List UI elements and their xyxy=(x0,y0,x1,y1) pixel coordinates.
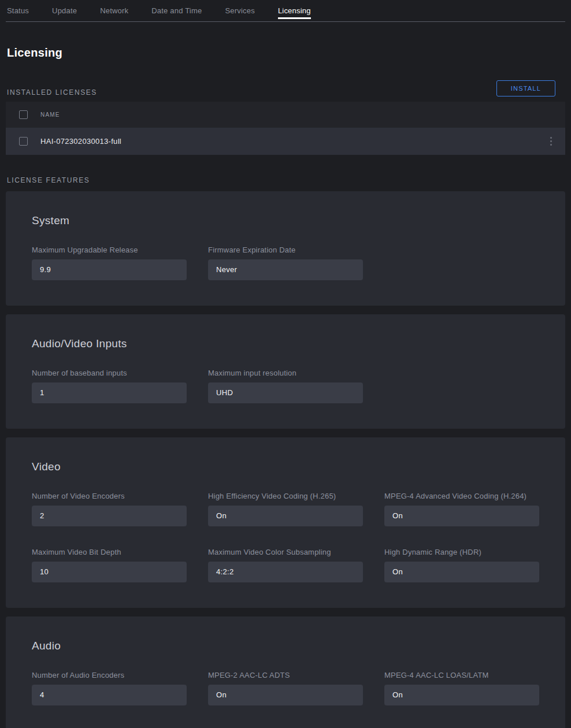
field-label: Maximum Upgradable Release xyxy=(32,246,187,254)
card-audio: Audio Number of Audio Encoders 4 MPEG-2 … xyxy=(6,616,565,728)
field-maximum-video-bit-depth: Maximum Video Bit Depth 10 xyxy=(32,548,187,582)
tab-date-and-time[interactable]: Date and Time xyxy=(151,0,202,19)
tab-licensing[interactable]: Licensing xyxy=(278,0,311,19)
tab-update[interactable]: Update xyxy=(52,0,77,19)
field-mpeg4-aac-lc-loas-latm: MPEG-4 AAC-LC LOAS/LATM On xyxy=(384,671,539,705)
installed-licenses-table: NAME HAI-072302030013-full xyxy=(6,102,565,155)
card-title-system: System xyxy=(32,214,540,227)
field-label: MPEG-2 AAC-LC ADTS xyxy=(208,671,363,679)
license-features-label: LICENSE FEATURES xyxy=(7,176,564,184)
card-title-audio-video-inputs: Audio/Video Inputs xyxy=(32,337,540,350)
card-audio-video-inputs: Audio/Video Inputs Number of baseband in… xyxy=(6,314,565,429)
field-number-of-baseband-inputs: Number of baseband inputs 1 xyxy=(32,369,187,403)
row-checkbox[interactable] xyxy=(19,137,28,146)
tab-services[interactable]: Services xyxy=(225,0,254,19)
field-value-box[interactable]: 1 xyxy=(32,382,187,403)
field-value-box[interactable]: 2 xyxy=(32,506,187,526)
install-button[interactable]: INSTALL xyxy=(496,80,555,96)
tab-status[interactable]: Status xyxy=(7,0,29,19)
field-value-box[interactable]: Never xyxy=(208,259,363,280)
field-value-box[interactable]: 9.9 xyxy=(32,259,187,280)
field-label: Number of Video Encoders xyxy=(32,492,187,500)
page-title: Licensing xyxy=(7,46,564,60)
field-maximum-input-resolution: Maximum input resolution UHD xyxy=(208,369,363,403)
column-header-name: NAME xyxy=(40,112,60,118)
table-header-row: NAME xyxy=(6,102,565,128)
field-label: MPEG-4 Advanced Video Coding (H.264) xyxy=(384,492,539,500)
installed-licenses-label: INSTALLED LICENSES xyxy=(7,88,97,96)
tab-network[interactable]: Network xyxy=(100,0,128,19)
field-maximum-video-color-subsampling: Maximum Video Color Subsampling 4:2:2 xyxy=(208,548,363,582)
field-label: MPEG-4 AAC-LC LOAS/LATM xyxy=(384,671,539,679)
card-video: Video Number of Video Encoders 2 High Ef… xyxy=(6,437,565,608)
license-name: HAI-072302030013-full xyxy=(40,137,536,146)
field-value-box[interactable]: UHD xyxy=(208,382,363,403)
field-number-of-audio-encoders: Number of Audio Encoders 4 xyxy=(32,671,187,705)
field-value-box[interactable]: 10 xyxy=(32,562,187,582)
row-actions-menu[interactable] xyxy=(536,137,565,146)
field-mpeg4-avc-h264: MPEG-4 Advanced Video Coding (H.264) On xyxy=(384,492,539,526)
field-number-of-video-encoders: Number of Video Encoders 2 xyxy=(32,492,187,526)
field-label: Number of Audio Encoders xyxy=(32,671,187,679)
settings-tab-bar: Status Update Network Date and Time Serv… xyxy=(0,0,571,20)
field-value-box[interactable]: On xyxy=(208,506,363,526)
field-hevc-h265: High Efficiency Video Coding (H.265) On xyxy=(208,492,363,526)
field-value-box[interactable]: On xyxy=(384,506,539,526)
field-label: High Dynamic Range (HDR) xyxy=(384,548,539,556)
field-value-box[interactable]: 4:2:2 xyxy=(208,562,363,582)
field-firmware-expiration-date: Firmware Expiration Date Never xyxy=(208,246,363,280)
field-mpeg2-aac-lc-adts: MPEG-2 AAC-LC ADTS On xyxy=(208,671,363,705)
card-system: System Maximum Upgradable Release 9.9 Fi… xyxy=(6,191,565,306)
field-value-box[interactable]: On xyxy=(384,562,539,582)
installed-licenses-header: INSTALLED LICENSES INSTALL xyxy=(7,80,564,96)
field-label: Maximum Video Bit Depth xyxy=(32,548,187,556)
field-value-box[interactable]: 4 xyxy=(32,685,187,705)
field-value-box[interactable]: On xyxy=(208,685,363,705)
field-value-box[interactable]: On xyxy=(384,685,539,705)
card-title-audio: Audio xyxy=(32,640,540,652)
field-high-dynamic-range-hdr: High Dynamic Range (HDR) On xyxy=(384,548,539,582)
card-title-video: Video xyxy=(32,460,540,473)
field-label: High Efficiency Video Coding (H.265) xyxy=(208,492,363,500)
table-row[interactable]: HAI-072302030013-full xyxy=(6,128,565,155)
select-all-checkbox[interactable] xyxy=(19,110,28,119)
tab-bar-divider xyxy=(6,21,565,22)
field-label: Firmware Expiration Date xyxy=(208,246,363,254)
kebab-menu-icon xyxy=(550,137,552,146)
field-label: Maximum input resolution xyxy=(208,369,363,377)
field-label: Maximum Video Color Subsampling xyxy=(208,548,363,556)
field-label: Number of baseband inputs xyxy=(32,369,187,377)
field-max-upgradable-release: Maximum Upgradable Release 9.9 xyxy=(32,246,187,280)
